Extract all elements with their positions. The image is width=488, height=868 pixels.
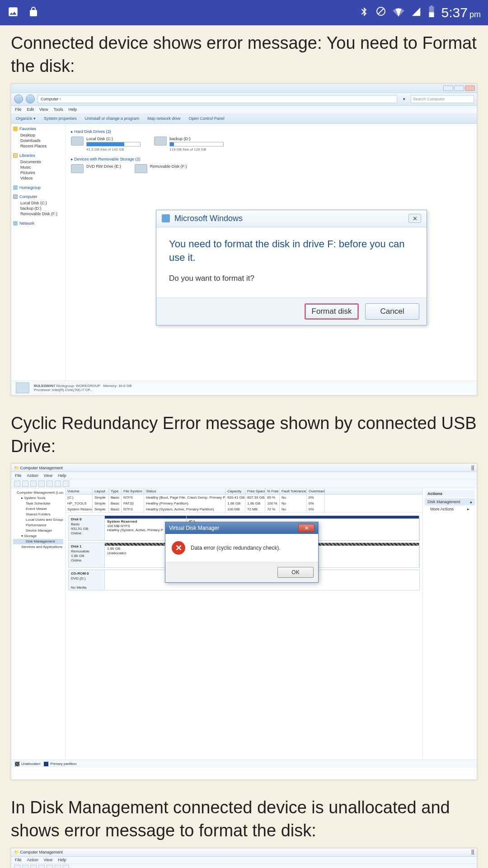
lock-icon xyxy=(28,6,39,19)
drive-icon xyxy=(154,137,167,146)
signal-icon xyxy=(411,6,422,20)
maximize-button xyxy=(454,85,464,91)
minimize-button xyxy=(443,85,453,91)
dialog-titlebar: Virtual Disk Manager✕ xyxy=(165,522,318,534)
disk-map: Disk 0Basic931.51 GBOnline System Reserv… xyxy=(66,513,422,760)
dvd-icon xyxy=(71,164,84,173)
window-titlebar: 📁 Computer Management xyxy=(11,464,477,472)
drive-dvd: DVD RW Drive (E:) xyxy=(71,164,121,173)
drive-d: backup (D:)119 GB free of 126 GB xyxy=(154,137,224,151)
dialog-titlebar: Microsoft Windows✕ xyxy=(156,210,427,227)
window-icon xyxy=(162,214,170,222)
explorer-sidebar: Favorites DesktopDownloadsRecent Places … xyxy=(11,124,66,382)
menu-bar: FileEditViewToolsHelp xyxy=(11,106,477,114)
explorer-main: ▸ Hard Disk Drives (2) Local Disk (C:)41… xyxy=(66,124,477,382)
drive-c: Local Disk (C:)41.3 GB free of 142 GB xyxy=(71,137,141,151)
dialog-close-icon: ✕ xyxy=(408,214,421,223)
drive-icon xyxy=(135,164,147,173)
android-statusbar: 5:37pm xyxy=(0,0,488,25)
back-icon xyxy=(14,481,20,487)
drive-icon xyxy=(71,137,84,146)
clock-time: 5:37pm xyxy=(441,5,481,20)
menu-bar: FileActionViewHelp xyxy=(11,472,477,479)
fwd-icon xyxy=(22,481,28,487)
cancel-button: Cancel xyxy=(365,303,419,320)
breadcrumb: Computer › xyxy=(38,95,397,103)
article-content[interactable]: Connected device shows error message: Yo… xyxy=(0,25,488,868)
legend-bar: Unallocated Primary partition xyxy=(11,760,477,768)
close-button xyxy=(465,85,475,91)
status-bar: RULESWIN7 Workgroup: WORKGROUP Memory: 1… xyxy=(11,381,477,395)
volume-grid: VolumeLayoutTypeFile SystemStatusCapacit… xyxy=(66,488,422,513)
screenshot-diskmgmt: 📁 Computer Management FileActionViewHelp… xyxy=(11,463,477,780)
bluetooth-icon xyxy=(359,6,369,20)
toolbar xyxy=(11,479,477,488)
address-bar: Computer › ▾ Search Computer xyxy=(11,93,477,106)
dialog-question: Do you want to format it? xyxy=(169,274,414,283)
error-icon: ✕ xyxy=(172,541,185,555)
screenshot-explorer: Computer › ▾ Search Computer FileEditVie… xyxy=(11,84,477,396)
drive-f: Removable Disk (F:) xyxy=(135,164,187,173)
computer-icon xyxy=(16,382,29,393)
ok-button: OK xyxy=(277,567,314,578)
actions-pane: Actions Disk Management▴ More Actions▸ xyxy=(422,488,477,760)
format-disk-button: Format disk xyxy=(305,303,359,320)
image-icon xyxy=(7,6,19,19)
vdm-error-dialog: Virtual Disk Manager✕ ✕Data error (cycli… xyxy=(165,522,319,583)
toolbar: Organize ▾System propertiesUninstall or … xyxy=(11,114,477,124)
format-dialog: Microsoft Windows✕ You need to format th… xyxy=(156,210,427,326)
wifi-icon xyxy=(393,6,404,20)
section1-text: Connected device shows error message: Yo… xyxy=(11,32,477,78)
dialog-message: You need to format the disk in drive F: … xyxy=(169,237,414,265)
no-sim-icon xyxy=(375,6,386,20)
window-titlebar xyxy=(11,84,477,93)
section3-text: In Disk Management connected device is u… xyxy=(11,796,477,843)
nav-fwd-icon xyxy=(26,94,35,104)
screenshot-diskmgmt-2: 📁 Computer Management FileActionViewHelp… xyxy=(11,848,477,868)
battery-icon xyxy=(428,5,435,20)
search-input: Search Computer xyxy=(411,95,474,103)
error-message: Data error (cyclic redundancy check). xyxy=(191,545,281,551)
section2-text: Cyclic Redundancy Error message shown by… xyxy=(11,412,477,458)
nav-tree: Computer Management (Local) ▸ System Too… xyxy=(11,488,66,760)
close-icon: ✕ xyxy=(298,524,314,532)
nav-back-icon xyxy=(14,94,23,104)
svg-line-1 xyxy=(378,9,384,14)
